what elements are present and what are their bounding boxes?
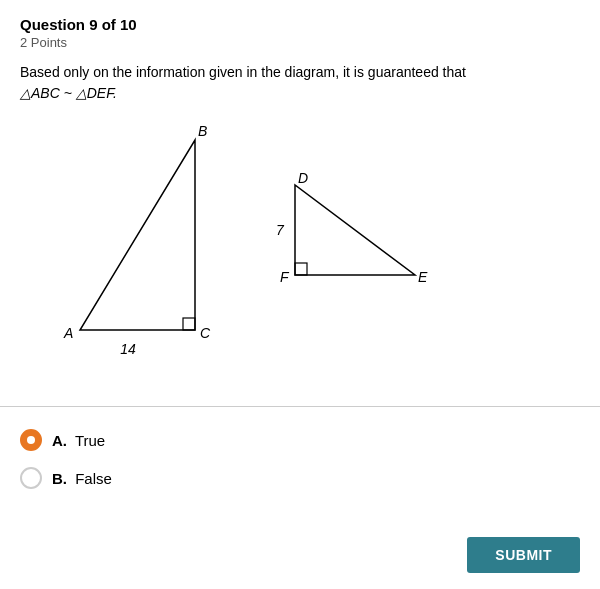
label-e: E: [418, 269, 428, 285]
label-a: A: [63, 325, 73, 341]
label-f: F: [280, 269, 290, 285]
svg-marker-2: [295, 185, 415, 275]
answer-label-a: A. True: [52, 432, 105, 449]
answer-option-a[interactable]: A. True: [20, 429, 580, 451]
triangle-abc: A B C 14: [50, 120, 220, 360]
footer: SUBMIT: [467, 537, 580, 573]
svg-rect-1: [183, 318, 195, 330]
side-label-14: 14: [120, 341, 136, 357]
radio-b[interactable]: [20, 467, 42, 489]
answer-option-b[interactable]: B. False: [20, 467, 580, 489]
side-label-7: 7: [276, 222, 285, 238]
divider: [0, 406, 600, 407]
label-c: C: [200, 325, 211, 341]
svg-marker-0: [80, 140, 195, 330]
answer-label-b: B. False: [52, 470, 112, 487]
label-b: B: [198, 123, 207, 139]
answers-section: A. True B. False: [0, 417, 600, 517]
triangle-def: D F E 7: [260, 170, 430, 310]
diagram-area: A B C 14 D F E 7: [20, 120, 580, 360]
question-text: Based only on the information given in t…: [20, 62, 580, 104]
svg-rect-3: [295, 263, 307, 275]
label-d: D: [298, 170, 308, 186]
points-label: 2 Points: [20, 35, 580, 50]
question-header: Question 9 of 10: [20, 16, 580, 33]
radio-a[interactable]: [20, 429, 42, 451]
submit-button[interactable]: SUBMIT: [467, 537, 580, 573]
